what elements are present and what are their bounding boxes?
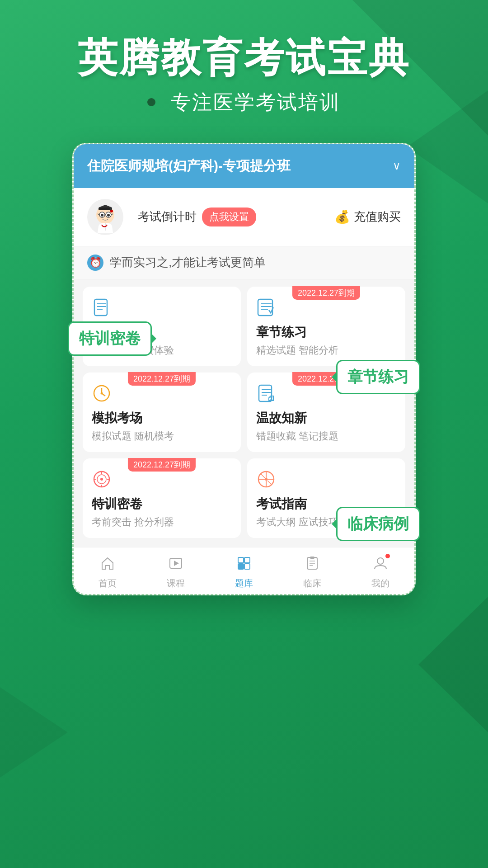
svg-point-8 [107,214,110,217]
recharge-label: 充值购买 [354,209,401,225]
course-icon [168,556,183,575]
grid-item-secret[interactable]: 2022.12.27到期 特训密卷 考前突击 抢分利器 [83,458,241,538]
svg-rect-48 [238,557,244,563]
clinical-icon [305,556,320,575]
guide-icon [256,469,396,491]
grid-item-mock[interactable]: 2022.12.27到期 模拟考场 模拟试题 随机模考 [83,373,241,452]
svg-rect-56 [310,557,314,559]
subtitle: 专注医学考试培训 [171,89,341,116]
svg-point-39 [265,478,267,481]
motto-row: ⏰ 学而实习之,才能让考试更简单 [74,246,414,279]
secret-icon [92,469,232,491]
home-icon [100,556,115,575]
review-title: 温故知新 [256,410,396,427]
svg-line-45 [267,481,272,485]
review-subtitle: 错题收藏 笔记搜题 [256,429,396,443]
mine-icon [373,556,388,575]
mock-icon [92,383,232,405]
countdown-label: 考试倒计时 [138,209,197,225]
mock-subtitle: 模拟试题 随机模考 [92,429,232,443]
avatar [87,199,123,235]
svg-rect-49 [244,557,250,563]
dropdown-arrow-icon[interactable]: ∨ [393,160,401,172]
free-icon [92,297,232,319]
chapter-icon [256,297,396,319]
grid-item-chapter[interactable]: 2022.12.27到期 章节练习 精选试题 智能分析 [247,287,405,366]
nav-item-mine[interactable]: 我的 [346,556,414,590]
mascot-svg [89,201,121,233]
nav-label-tiku: 题库 [235,577,253,590]
svg-marker-47 [174,561,179,566]
chapter-title: 章节练习 [256,324,396,341]
nav-item-clinical[interactable]: 临床 [278,556,346,590]
secret-subtitle: 考前突击 抢分利器 [92,515,232,529]
clock-icon: ⏰ [87,255,103,271]
svg-rect-13 [94,299,107,316]
user-row: 考试倒计时 点我设置 💰 充值购买 [74,188,414,246]
secret-expire-badge: 2022.12.27到期 [128,458,196,472]
chapter-expire-badge: 2022.12.27到期 [292,286,360,300]
bg-shape-bottom-left [0,687,68,778]
callout-secret: 特训密卷 [68,321,152,356]
money-icon: 💰 [334,209,350,224]
svg-point-24 [101,392,103,394]
svg-point-33 [100,478,103,481]
nav-item-home[interactable]: 首页 [74,556,142,590]
avatar-section: 考试倒计时 点我设置 [87,199,256,235]
bottom-nav: 首页 课程 [74,547,414,594]
tiku-icon [236,556,252,575]
svg-rect-25 [259,385,272,401]
countdown-section: 考试倒计时 点我设置 [138,208,256,226]
nav-item-course[interactable]: 课程 [142,556,210,590]
svg-rect-51 [244,564,250,569]
svg-point-4 [110,210,113,212]
course-title: 住院医师规培(妇产科)-专项提分班 [87,157,389,175]
svg-rect-50 [238,564,244,569]
phone-container: 章节练习 特训密卷 住院医师规培(妇产科)-专项提分班 ∨ [72,143,416,595]
countdown-set-button[interactable]: 点我设置 [202,208,256,226]
nav-label-home: 首页 [99,577,117,590]
svg-rect-1 [99,208,112,210]
nav-label-course: 课程 [167,577,185,590]
svg-marker-2 [99,205,112,208]
header: 英腾教育考试宝典 专注医学考试培训 [0,0,488,134]
svg-point-7 [101,214,103,217]
chapter-subtitle: 精选试题 智能分析 [256,344,396,357]
motto-text: 学而实习之,才能让考试更简单 [110,255,266,270]
dot-decoration [147,98,155,106]
recharge-button[interactable]: 💰 充值购买 [334,209,401,225]
secret-title: 特训密卷 [92,495,232,513]
nav-label-mine: 我的 [371,577,389,590]
nav-label-clinical: 临床 [303,577,321,590]
nav-item-tiku[interactable]: 题库 [210,556,278,590]
app-header: 住院医师规培(妇产科)-专项提分班 ∨ [74,144,414,188]
bg-shape-bottom-right [389,597,488,732]
callout-chapter: 章节练习 [336,360,420,394]
mock-title: 模拟考场 [92,410,232,427]
main-title: 英腾教育考试宝典 [27,36,461,80]
mock-expire-badge: 2022.12.27到期 [128,372,196,386]
mascot-avatar [87,199,123,235]
svg-point-57 [377,558,384,564]
callout-clinical: 临床病例 [336,507,420,541]
svg-line-44 [261,474,265,478]
